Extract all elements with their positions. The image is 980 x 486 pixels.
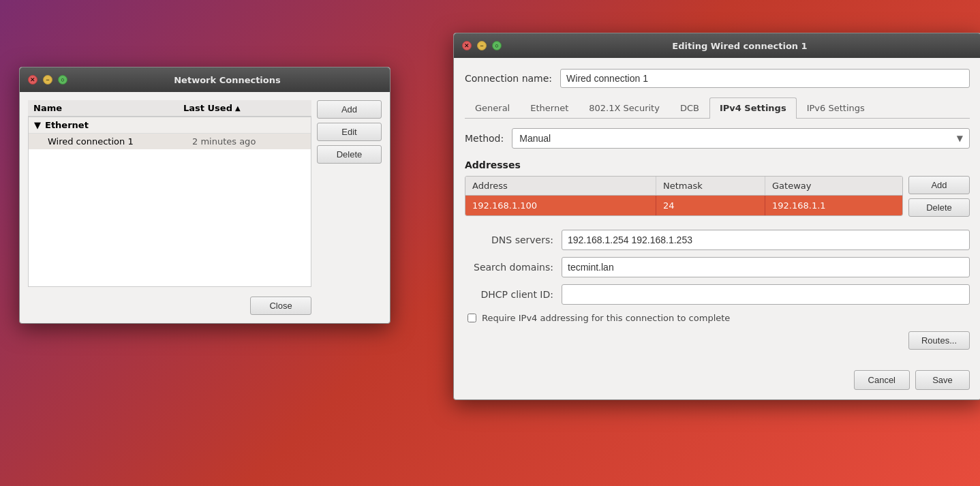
require-ipv4-checkbox[interactable] bbox=[468, 314, 476, 322]
routes-row: Routes... bbox=[465, 331, 970, 350]
nc-group-ethernet: ▼ Ethernet bbox=[29, 117, 311, 133]
nc-col-lastused: Last Used ▲ bbox=[183, 103, 306, 113]
require-ipv4-label: Require IPv4 addressing for this connect… bbox=[482, 313, 730, 323]
nc-minimize-button[interactable]: − bbox=[43, 75, 52, 85]
col-netmask: Netmask bbox=[656, 177, 765, 195]
tab-ipv4-settings[interactable]: IPv4 Settings bbox=[709, 97, 797, 119]
edit-close-button[interactable]: ✕ bbox=[462, 41, 472, 50]
tab-ipv6-settings[interactable]: IPv6 Settings bbox=[797, 97, 875, 118]
edit-bottom-bar: Cancel Save bbox=[454, 363, 980, 399]
addr-cell-gateway: 192.168.1.1 bbox=[765, 196, 902, 215]
nc-close-button[interactable]: ✕ bbox=[28, 75, 37, 85]
dns-label: DNS servers: bbox=[465, 234, 553, 245]
dns-input[interactable] bbox=[562, 230, 970, 250]
col-address: Address bbox=[465, 177, 656, 195]
nc-maximize-button[interactable]: ○ bbox=[58, 75, 67, 85]
nc-connection-item[interactable]: Wired connection 1 2 minutes ago bbox=[29, 133, 311, 149]
method-select[interactable]: Manual Automatic (DHCP) Link-Local Only … bbox=[512, 128, 970, 149]
edit-titlebar: ✕ − ○ Editing Wired connection 1 bbox=[454, 33, 980, 58]
nc-close-action-button[interactable]: Close bbox=[250, 297, 311, 315]
nc-edit-button[interactable]: Edit bbox=[317, 123, 382, 141]
search-domains-row: Search domains: bbox=[465, 257, 970, 277]
addr-cell-address: 192.168.1.100 bbox=[465, 196, 656, 215]
group-label: Ethernet bbox=[45, 120, 89, 130]
addr-row[interactable]: 192.168.1.100 24 192.168.1.1 bbox=[465, 196, 902, 215]
addr-delete-button[interactable]: Delete bbox=[908, 198, 970, 217]
edit-maximize-button[interactable]: ○ bbox=[492, 41, 502, 50]
nc-titlebar: ✕ − ○ Network Connections bbox=[20, 67, 390, 92]
nc-add-button[interactable]: Add bbox=[317, 100, 382, 119]
search-label: Search domains: bbox=[465, 262, 553, 273]
connection-name-row: Connection name: bbox=[465, 69, 970, 88]
nc-col-name: Name bbox=[33, 103, 183, 113]
addresses-section: Addresses Address Netmask Gateway 192.16… bbox=[465, 160, 970, 220]
dhcp-input[interactable] bbox=[562, 284, 970, 305]
addr-table: Address Netmask Gateway 192.168.1.100 24… bbox=[465, 176, 903, 216]
nc-item-lastused: 2 minutes ago bbox=[192, 136, 305, 147]
nc-item-name: Wired connection 1 bbox=[48, 136, 192, 147]
nc-table-header: Name Last Used ▲ bbox=[28, 100, 311, 117]
group-arrow-icon: ▼ bbox=[34, 120, 41, 130]
addr-buttons: Add Delete bbox=[908, 176, 970, 217]
addr-section-row: Address Netmask Gateway 192.168.1.100 24… bbox=[465, 176, 970, 220]
tab-dcb[interactable]: DCB bbox=[670, 97, 709, 118]
tab-ethernet[interactable]: Ethernet bbox=[520, 97, 579, 118]
edit-window-title: Editing Wired connection 1 bbox=[507, 41, 973, 51]
addr-table-header: Address Netmask Gateway bbox=[465, 177, 902, 196]
tab-8021x-security[interactable]: 802.1X Security bbox=[579, 97, 670, 118]
dhcp-row: DHCP client ID: bbox=[465, 284, 970, 305]
nc-window-title: Network Connections bbox=[73, 75, 382, 85]
conn-name-label: Connection name: bbox=[465, 73, 552, 84]
tab-general[interactable]: General bbox=[465, 97, 520, 118]
tabs-bar: General Ethernet 802.1X Security DCB IPv… bbox=[465, 97, 970, 119]
method-select-wrapper: Manual Automatic (DHCP) Link-Local Only … bbox=[512, 128, 970, 149]
method-row: Method: Manual Automatic (DHCP) Link-Loc… bbox=[465, 128, 970, 149]
addr-cell-netmask: 24 bbox=[656, 196, 765, 215]
col-gateway: Gateway bbox=[765, 177, 902, 195]
save-button[interactable]: Save bbox=[915, 370, 970, 390]
addr-add-button[interactable]: Add bbox=[908, 176, 970, 194]
nc-connection-list: ▼ Ethernet Wired connection 1 2 minutes … bbox=[28, 117, 311, 287]
require-ipv4-row: Require IPv4 addressing for this connect… bbox=[465, 313, 970, 323]
routes-button[interactable]: Routes... bbox=[908, 331, 970, 350]
dhcp-label: DHCP client ID: bbox=[465, 289, 553, 300]
search-input[interactable] bbox=[562, 257, 970, 277]
edit-minimize-button[interactable]: − bbox=[477, 41, 487, 50]
conn-name-input[interactable] bbox=[560, 69, 970, 88]
sort-arrow-icon: ▲ bbox=[235, 104, 241, 112]
network-connections-window: ✕ − ○ Network Connections Name Last Used… bbox=[19, 67, 391, 324]
edit-connection-window: ✕ − ○ Editing Wired connection 1 Connect… bbox=[453, 33, 980, 400]
addresses-title: Addresses bbox=[465, 160, 970, 170]
nc-delete-button[interactable]: Delete bbox=[317, 145, 382, 164]
method-label: Method: bbox=[465, 133, 504, 144]
cancel-button[interactable]: Cancel bbox=[854, 370, 910, 390]
dns-servers-row: DNS servers: bbox=[465, 230, 970, 250]
